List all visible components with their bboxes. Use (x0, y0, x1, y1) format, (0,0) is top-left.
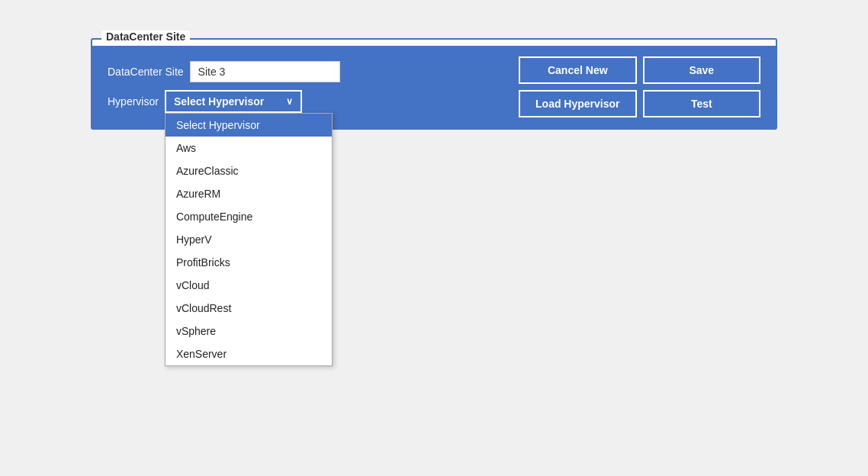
load-hypervisor-button[interactable]: Load Hypervisor (519, 90, 636, 117)
dropdown-option-hyper-v[interactable]: HyperV (166, 228, 332, 251)
hypervisor-selected-label: Select Hypervisor (174, 95, 264, 108)
dropdown-option-aws[interactable]: Aws (166, 137, 332, 159)
site-input[interactable] (190, 61, 340, 82)
cancel-new-button[interactable]: Cancel New (519, 56, 636, 84)
left-fields: DataCenter Site Hypervisor Select Hyperv… (108, 61, 340, 113)
dropdown-option-azure-classic[interactable]: AzureClassic (166, 159, 332, 182)
hypervisor-dropdown: Select Hypervisor Aws AzureClassic Azure… (165, 113, 333, 366)
panel-header: DataCenter Site Hypervisor Select Hyperv… (92, 46, 776, 128)
chevron-down-icon: ∨ (286, 96, 293, 107)
save-button[interactable]: Save (643, 56, 760, 84)
hypervisor-select-button[interactable]: Select Hypervisor ∨ (165, 90, 302, 113)
panel-legend: DataCenter Site (101, 31, 190, 43)
dropdown-option-azure-rm[interactable]: AzureRM (166, 182, 332, 205)
page-container: DataCenter Site DataCenter Site Hypervis… (91, 38, 777, 130)
site-field-group: DataCenter Site (108, 61, 340, 82)
dropdown-option-compute-engine[interactable]: ComputeEngine (166, 205, 332, 228)
dropdown-option-vsphere[interactable]: vSphere (166, 320, 332, 343)
test-button[interactable]: Test (643, 90, 760, 117)
hypervisor-wrapper: Select Hypervisor ∨ Select Hypervisor Aw… (165, 90, 302, 113)
dropdown-option-vcloud-rest[interactable]: vCloudRest (166, 297, 332, 320)
dropdown-option-profit-bricks[interactable]: ProfitBricks (166, 251, 332, 274)
hypervisor-field-group: Hypervisor Select Hypervisor ∨ Select Hy… (108, 90, 340, 113)
datacenter-panel: DataCenter Site DataCenter Site Hypervis… (91, 38, 777, 130)
site-label: DataCenter Site (108, 66, 184, 78)
hypervisor-label: Hypervisor (108, 95, 159, 108)
dropdown-option-xen-server[interactable]: XenServer (166, 343, 332, 365)
dropdown-option-select[interactable]: Select Hypervisor (166, 114, 332, 137)
buttons-section: Cancel New Save Load Hypervisor Test (519, 56, 760, 117)
dropdown-option-vcloud[interactable]: vCloud (166, 274, 332, 297)
